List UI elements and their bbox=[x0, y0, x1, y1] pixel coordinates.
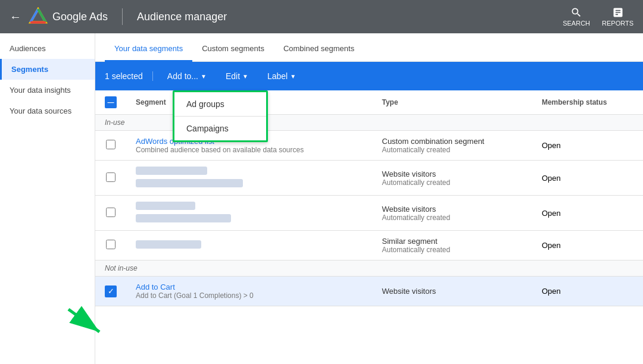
table-header-checkbox bbox=[95, 90, 126, 115]
edit-button[interactable]: Edit ▼ bbox=[219, 68, 255, 84]
table-header-type: Type bbox=[373, 90, 532, 115]
row-1-checkbox-cell bbox=[95, 131, 126, 161]
row-5-status: Open bbox=[532, 277, 643, 306]
select-all-checkbox[interactable] bbox=[105, 96, 117, 108]
row-2-segment-desc-blurred bbox=[136, 179, 243, 187]
sidebar-item-audiences[interactable]: Audiences bbox=[0, 38, 95, 59]
reports-label: REPORTS bbox=[602, 20, 633, 27]
row-3-type: Website visitors Automatically created bbox=[373, 196, 532, 231]
row-2-checkbox-cell bbox=[95, 161, 126, 196]
row-2-checkbox[interactable] bbox=[106, 172, 116, 182]
row-2-segment bbox=[126, 161, 373, 196]
row-4-type: Similar segment Automatically created bbox=[373, 231, 532, 261]
row-3-checkbox-cell bbox=[95, 196, 126, 231]
row-5-type: Website visitors bbox=[373, 277, 532, 306]
table-row: Website visitors Automatically created O… bbox=[95, 196, 643, 231]
page-title: Audience manager bbox=[137, 11, 563, 23]
selected-count: 1 selected bbox=[105, 71, 153, 81]
row-3-segment-name-blurred bbox=[136, 202, 195, 210]
row-3-segment-desc-blurred bbox=[136, 214, 231, 222]
header-actions: SEARCH REPORTS bbox=[563, 7, 633, 27]
table-row: Website visitors Automatically created O… bbox=[95, 161, 643, 196]
row-5-segment-name[interactable]: Add to Cart bbox=[136, 283, 363, 291]
tab-combined-segments[interactable]: Combined segments bbox=[274, 37, 364, 62]
add-to-dropdown-arrow: ▼ bbox=[201, 73, 207, 80]
row-5-checkbox-checked[interactable] bbox=[105, 285, 117, 297]
row-2-status: Open bbox=[532, 161, 643, 196]
row-4-segment-name-blurred bbox=[136, 240, 201, 249]
reports-icon bbox=[612, 7, 624, 18]
tabs-bar: Your data segments Custom segments Combi… bbox=[95, 33, 643, 62]
row-2-segment-name-blurred bbox=[136, 167, 207, 175]
sidebar-item-your-data-sources[interactable]: Your data sources bbox=[0, 101, 95, 121]
sidebar: Audiences Segments Your data insights Yo… bbox=[0, 33, 95, 364]
row-1-status: Open bbox=[532, 131, 643, 161]
back-button[interactable]: ← bbox=[10, 10, 21, 24]
dropdown-item-campaigns[interactable]: Campaigns bbox=[174, 117, 266, 140]
row-5-checkbox-cell bbox=[95, 277, 126, 306]
label-dropdown-arrow: ▼ bbox=[290, 73, 296, 80]
add-to-button[interactable]: Add to... ▼ bbox=[160, 68, 214, 84]
row-1-checkbox[interactable] bbox=[106, 140, 116, 149]
sidebar-item-your-data-insights[interactable]: Your data insights bbox=[0, 80, 95, 101]
table-row-selected: Add to Cart Add to Cart (Goal 1 Completi… bbox=[95, 277, 643, 306]
main-layout: Audiences Segments Your data insights Yo… bbox=[0, 33, 643, 364]
add-to-dropdown-menu: Ad groups Campaigns bbox=[173, 90, 268, 142]
row-4-checkbox-cell bbox=[95, 231, 126, 261]
main-content: Your data segments Custom segments Combi… bbox=[95, 33, 643, 364]
row-4-segment bbox=[126, 231, 373, 261]
table-header-membership-status: Membership status bbox=[532, 90, 643, 115]
search-label: SEARCH bbox=[563, 20, 590, 27]
header-divider bbox=[122, 8, 123, 25]
sidebar-item-segments[interactable]: Segments bbox=[0, 59, 95, 80]
row-1-type: Custom combination segment Automatically… bbox=[373, 131, 532, 161]
top-header: ← Google Ads Audience manager SEARCH REP… bbox=[0, 0, 643, 33]
row-5-segment: Add to Cart Add to Cart (Goal 1 Completi… bbox=[126, 277, 373, 306]
row-4-status: Open bbox=[532, 231, 643, 261]
app-name: Google Ads bbox=[52, 11, 108, 23]
search-button[interactable]: SEARCH bbox=[563, 7, 590, 27]
reports-button[interactable]: REPORTS bbox=[602, 7, 633, 27]
row-3-segment bbox=[126, 196, 373, 231]
row-3-checkbox[interactable] bbox=[106, 208, 116, 217]
row-4-checkbox[interactable] bbox=[106, 240, 116, 249]
label-button[interactable]: Label ▼ bbox=[260, 68, 303, 84]
table-row: Similar segment Automatically created Op… bbox=[95, 231, 643, 261]
edit-dropdown-arrow: ▼ bbox=[242, 73, 248, 80]
dropdown-item-ad-groups[interactable]: Ad groups bbox=[174, 92, 266, 116]
tab-your-data-segments[interactable]: Your data segments bbox=[105, 37, 192, 62]
row-3-status: Open bbox=[532, 196, 643, 231]
tab-custom-segments[interactable]: Custom segments bbox=[192, 37, 274, 62]
row-1-segment-desc: Combined audience based on available dat… bbox=[136, 146, 363, 154]
toolbar: 1 selected Add to... ▼ Edit ▼ Label ▼ Ad… bbox=[95, 62, 643, 90]
section-not-in-use: Not in-use bbox=[95, 261, 643, 277]
search-icon bbox=[570, 7, 582, 18]
google-ads-logo bbox=[29, 7, 48, 26]
row-5-segment-desc: Add to Cart (Goal 1 Completions) > 0 bbox=[136, 291, 363, 300]
row-2-type: Website visitors Automatically created bbox=[373, 161, 532, 196]
